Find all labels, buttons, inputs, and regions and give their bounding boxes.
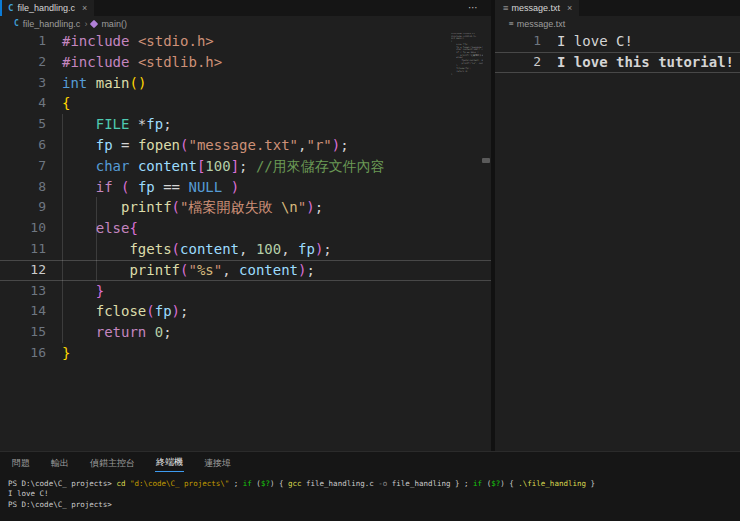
code-line-8[interactable]: 8 if ( fp == NULL ) bbox=[0, 177, 491, 198]
breadcrumb-file[interactable]: message.txt bbox=[517, 19, 566, 29]
line-number: 3 bbox=[0, 73, 62, 94]
c-file-icon: C bbox=[14, 19, 19, 28]
line-number: 12 bbox=[0, 260, 62, 281]
line-content: I love this tutorial! bbox=[557, 52, 734, 73]
line-content: char content[100]; //用來儲存文件內容 bbox=[62, 156, 385, 177]
code-line-11[interactable]: 11 fgets(content, 100, fp); bbox=[0, 239, 491, 260]
line-number: 2 bbox=[0, 52, 62, 73]
more-actions-icon[interactable]: ⋯ bbox=[468, 2, 479, 13]
code-line-4[interactable]: 4{ bbox=[0, 93, 491, 114]
code-line-1[interactable]: 1I love C! bbox=[495, 31, 740, 52]
indent-guide bbox=[62, 114, 63, 343]
breadcrumb-left[interactable]: C file_handling.c › main() bbox=[0, 16, 491, 31]
line-content: FILE *fp; bbox=[62, 114, 172, 135]
indent-guide bbox=[96, 197, 97, 281]
minimap[interactable]: #include <stdio.h> #include <stdlib.h> i… bbox=[451, 33, 483, 95]
panel-tab-3[interactable]: 終端機 bbox=[155, 453, 184, 472]
tab-file-handling-c[interactable]: C file_handling.c × bbox=[0, 0, 94, 16]
line-content: printf("%s", content); bbox=[62, 260, 315, 281]
chevron-right-icon: › bbox=[84, 19, 87, 29]
panel-tab-1[interactable]: 輸出 bbox=[50, 454, 70, 472]
breadcrumb-symbol[interactable]: main() bbox=[101, 19, 127, 29]
panel-tab-0[interactable]: 問題 bbox=[11, 454, 31, 472]
line-content: I love C! bbox=[557, 31, 633, 52]
editor-area: C file_handling.c × ⋯ C file_handling.c … bbox=[0, 0, 740, 451]
line-content: if ( fp == NULL ) bbox=[62, 177, 239, 198]
scrollbar-thumb[interactable] bbox=[482, 158, 490, 163]
line-number: 11 bbox=[0, 239, 62, 260]
line-number: 13 bbox=[0, 281, 62, 302]
bottom-panel: 問題輸出偵錯主控台終端機連接埠 PS D:\code\C_ projects> … bbox=[0, 451, 740, 521]
line-number: 10 bbox=[0, 218, 62, 239]
active-window-edge bbox=[0, 0, 2, 16]
terminal[interactable]: PS D:\code\C_ projects> cd "d:\code\C_ p… bbox=[0, 473, 740, 510]
line-number: 7 bbox=[0, 156, 62, 177]
tab-message-txt[interactable]: ≡ message.txt × bbox=[495, 0, 579, 16]
code-line-10[interactable]: 10 else{ bbox=[0, 218, 491, 239]
breadcrumb-file[interactable]: file_handling.c bbox=[23, 19, 81, 29]
panel-tab-4[interactable]: 連接埠 bbox=[203, 454, 232, 472]
line-content: int main() bbox=[62, 73, 146, 94]
code-line-5[interactable]: 5 FILE *fp; bbox=[0, 114, 491, 135]
line-number: 5 bbox=[0, 114, 62, 135]
line-content: return 0; bbox=[62, 322, 172, 343]
code-line-3[interactable]: 3int main() bbox=[0, 73, 491, 94]
terminal-line-3: PS D:\code\C_ projects> bbox=[8, 500, 740, 510]
line-number: 4 bbox=[0, 93, 62, 114]
c-file-icon: C bbox=[8, 3, 13, 13]
code-line-16[interactable]: 16} bbox=[0, 343, 491, 364]
tab-label: message.txt bbox=[511, 3, 560, 13]
code-line-2[interactable]: 2I love this tutorial! bbox=[495, 52, 740, 73]
line-content: fclose(fp); bbox=[62, 301, 188, 322]
close-icon[interactable]: × bbox=[82, 3, 87, 13]
line-number: 15 bbox=[0, 322, 62, 343]
line-content: else{ bbox=[62, 218, 138, 239]
line-content: fp = fopen("message.txt","r"); bbox=[62, 135, 349, 156]
code-line-15[interactable]: 15 return 0; bbox=[0, 322, 491, 343]
line-number: 9 bbox=[0, 197, 62, 218]
text-file-icon: ≡ bbox=[509, 19, 513, 28]
line-content: #include <stdio.h> bbox=[62, 31, 214, 52]
symbol-method-icon bbox=[90, 19, 98, 27]
code-line-9[interactable]: 9 printf("檔案開啟失敗 \n"); bbox=[0, 197, 491, 218]
line-number: 1 bbox=[0, 31, 62, 52]
line-number: 1 bbox=[495, 31, 557, 52]
editor-group-left: C file_handling.c × ⋯ C file_handling.c … bbox=[0, 0, 491, 451]
line-number: 2 bbox=[495, 52, 557, 73]
line-content: } bbox=[62, 343, 70, 364]
terminal-line-2: I love C! bbox=[8, 489, 740, 499]
line-number: 6 bbox=[0, 135, 62, 156]
code-line-13[interactable]: 13 } bbox=[0, 281, 491, 302]
text-editor[interactable]: 1I love C!2I love this tutorial! bbox=[495, 31, 740, 451]
line-content: fgets(content, 100, fp); bbox=[62, 239, 332, 260]
tabbar-right: ≡ message.txt × bbox=[495, 0, 740, 16]
editor-group-right: ≡ message.txt × ≡ message.txt 1I love C!… bbox=[495, 0, 740, 451]
tab-label: file_handling.c bbox=[17, 3, 75, 13]
panel-tab-2[interactable]: 偵錯主控台 bbox=[89, 454, 136, 472]
line-content: { bbox=[62, 93, 70, 114]
tabbar-left: C file_handling.c × ⋯ bbox=[0, 0, 491, 16]
code-line-6[interactable]: 6 fp = fopen("message.txt","r"); bbox=[0, 135, 491, 156]
code-line-14[interactable]: 14 fclose(fp); bbox=[0, 301, 491, 322]
line-number: 8 bbox=[0, 177, 62, 198]
line-number: 16 bbox=[0, 343, 62, 364]
breadcrumb-right[interactable]: ≡ message.txt bbox=[495, 16, 740, 31]
close-icon[interactable]: × bbox=[567, 3, 572, 13]
panel-tabbar: 問題輸出偵錯主控台終端機連接埠 bbox=[0, 452, 740, 473]
line-content: } bbox=[62, 281, 104, 302]
code-line-1[interactable]: 1#include <stdio.h> bbox=[0, 31, 491, 52]
code-line-12[interactable]: 12 printf("%s", content); bbox=[0, 260, 491, 281]
line-number: 14 bbox=[0, 301, 62, 322]
code-editor[interactable]: #include <stdio.h> #include <stdlib.h> i… bbox=[0, 31, 491, 451]
line-content: #include <stdlib.h> bbox=[62, 52, 222, 73]
text-file-icon: ≡ bbox=[503, 3, 507, 13]
line-content: printf("檔案開啟失敗 \n"); bbox=[62, 197, 323, 218]
code-line-2[interactable]: 2#include <stdlib.h> bbox=[0, 52, 491, 73]
code-line-7[interactable]: 7 char content[100]; //用來儲存文件內容 bbox=[0, 156, 491, 177]
terminal-line-1: PS D:\code\C_ projects> cd "d:\code\C_ p… bbox=[8, 479, 740, 489]
